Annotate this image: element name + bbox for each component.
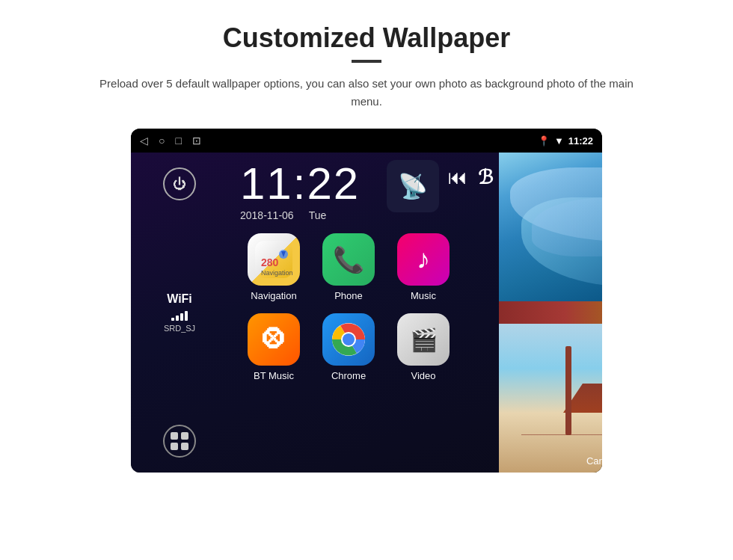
app-btmusic[interactable]: ⭙ BT Music (240, 313, 307, 381)
app-icons-row-2: ⭙ BT Music (228, 307, 499, 387)
app-chrome[interactable]: Chrome (315, 313, 382, 381)
clock-day-value: Tue (309, 209, 327, 221)
title-divider (352, 60, 381, 63)
app-navigation[interactable]: 280 Navigation Navigation (240, 233, 307, 301)
video-icon-symbol: 🎬 (410, 327, 438, 353)
wifi-ssid: SRD_SJ (164, 324, 195, 333)
grid-dot (171, 443, 178, 450)
grid-dot (181, 432, 188, 440)
signal-waves-icon: 📡 (398, 172, 428, 200)
phone-label: Phone (334, 290, 363, 301)
grid-dot (181, 443, 188, 450)
app-music[interactable]: ♪ Music (390, 233, 457, 301)
media-controls: ⏮ ℬ (448, 166, 493, 189)
wifi-bar-3 (180, 313, 183, 321)
wallpaper-thumbnails: CarSetting (499, 153, 602, 473)
signal-widget: 📡 (387, 160, 439, 212)
phone-icon: 📞 (322, 233, 375, 286)
page-subtitle: Preload over 5 default wallpaper options… (97, 75, 636, 111)
bluetooth-icon-symbol: ⭙ (261, 325, 286, 354)
status-bar: ◁ ○ □ ⊡ 📍 ▼ 11:22 (131, 129, 602, 153)
video-icon: 🎬 (397, 313, 450, 366)
phone-icon-symbol: 📞 (333, 244, 364, 274)
top-row: 11:22 2018-11-06 Tue 📡 ⏮ (228, 153, 499, 227)
content-area: ◁ ○ □ ⊡ 📍 ▼ 11:22 ⏻ WiFi (30, 129, 703, 473)
nav-recent-icon[interactable]: □ (175, 135, 181, 147)
clock-area: 11:22 2018-11-06 Tue (228, 153, 372, 227)
wifi-bars (164, 309, 195, 321)
btmusic-icon: ⭙ (248, 313, 300, 366)
wallpaper-ice-bg (499, 153, 602, 301)
device-mockup: ◁ ○ □ ⊡ 📍 ▼ 11:22 ⏻ WiFi (131, 129, 602, 473)
app-phone[interactable]: 📞 Phone (315, 233, 382, 301)
nav-back-icon[interactable]: ◁ (140, 135, 148, 147)
chrome-svg-icon (331, 321, 366, 357)
nav-screenshot-icon[interactable]: ⊡ (192, 135, 201, 147)
wifi-bar-4 (185, 311, 188, 321)
nav-home-icon[interactable]: ○ (159, 135, 165, 147)
wifi-label: WiFi (164, 292, 195, 306)
wifi-signal-icon: ▼ (554, 135, 564, 147)
grid-dot (171, 432, 178, 440)
power-icon: ⏻ (173, 176, 186, 192)
video-label: Video (411, 370, 435, 381)
chrome-label: Chrome (331, 370, 366, 381)
navigation-label: Navigation (251, 290, 296, 301)
carsetting-label: CarSetting (586, 455, 602, 467)
svg-text:Navigation: Navigation (261, 269, 292, 277)
wifi-bar-2 (176, 316, 179, 321)
status-time: 11:22 (568, 135, 593, 147)
clock-date-value: 2018-11-06 (240, 209, 294, 221)
wifi-bar-1 (171, 318, 174, 321)
apps-grid-icon (171, 432, 188, 450)
media-next-icon[interactable]: ℬ (478, 166, 493, 189)
apps-button[interactable] (163, 425, 196, 458)
status-right-icons: 📍 ▼ 11:22 (538, 135, 593, 147)
navigation-icon: 280 Navigation (248, 233, 300, 286)
wallpaper-thumb-ice[interactable] (499, 153, 602, 301)
chrome-icon (322, 313, 375, 366)
btmusic-label: BT Music (254, 370, 294, 381)
location-icon: 📍 (538, 135, 550, 147)
svg-point-7 (343, 333, 355, 345)
wallpaper-thumb-bridge[interactable]: CarSetting (499, 324, 602, 473)
svg-text:280: 280 (261, 256, 279, 268)
wifi-info: WiFi SRD_SJ (164, 292, 195, 333)
navigation-svg: 280 Navigation (255, 241, 292, 278)
wallpaper-gradient-strip (499, 301, 602, 324)
device-sidebar: ⏻ WiFi SRD_SJ (131, 153, 228, 473)
page-title: Customized Wallpaper (223, 22, 511, 54)
app-icons-row-1: 280 Navigation Navigation 📞 (228, 227, 499, 307)
status-nav-buttons: ◁ ○ □ ⊡ (140, 135, 201, 147)
power-button[interactable]: ⏻ (163, 167, 196, 200)
music-icon-symbol: ♪ (417, 244, 430, 275)
wallpaper-bridge-bg (499, 324, 602, 473)
screen-main: ⏻ WiFi SRD_SJ (131, 153, 602, 473)
app-video[interactable]: 🎬 Video (390, 313, 457, 381)
signal-icon-box: 📡 (387, 160, 439, 212)
music-icon: ♪ (397, 233, 450, 286)
music-label: Music (411, 290, 436, 301)
clock-date: 2018-11-06 Tue (240, 209, 326, 221)
center-content: 11:22 2018-11-06 Tue 📡 ⏮ (228, 153, 499, 473)
media-prev-icon[interactable]: ⏮ (448, 166, 467, 189)
clock-time: 11:22 (240, 161, 360, 206)
